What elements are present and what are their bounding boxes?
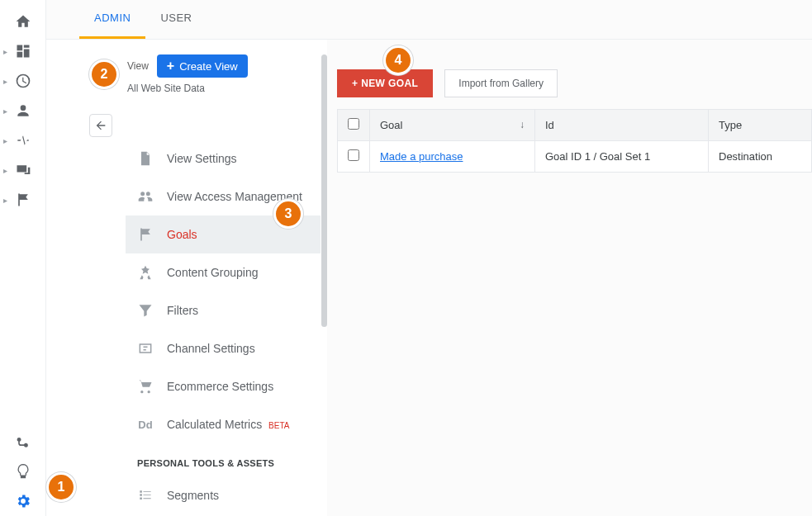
- section-personal-tools: PERSONAL TOOLS & ASSETS: [126, 443, 321, 476]
- rail-discover[interactable]: [0, 457, 45, 486]
- caret-icon: ▸: [3, 77, 7, 86]
- content-row: View + Create View All Web Site Data Vie…: [46, 40, 812, 516]
- main-area: ADMIN USER View + Create View All Web Si…: [46, 0, 812, 516]
- menu-label: Channel Settings: [167, 342, 255, 355]
- view-label: View: [127, 60, 149, 72]
- lightbulb-icon: [15, 463, 31, 480]
- group-icon: [137, 188, 154, 205]
- view-subtitle: All Web Site Data: [127, 83, 321, 94]
- path-icon: [15, 433, 31, 450]
- cart-icon: [137, 378, 154, 395]
- rail-audience[interactable]: ▸: [0, 96, 45, 125]
- rail-customization[interactable]: ▸: [0, 36, 45, 66]
- screens-icon: [15, 162, 31, 178]
- rail-attribution[interactable]: [0, 427, 45, 457]
- rail-acquisition[interactable]: ▸: [0, 125, 45, 155]
- scrollbar[interactable]: [321, 54, 327, 327]
- flow-icon: [15, 132, 31, 149]
- rail-admin[interactable]: [0, 486, 45, 516]
- dashboard-icon: [15, 43, 31, 59]
- tab-admin[interactable]: ADMIN: [79, 0, 145, 39]
- callout-3: 3: [273, 199, 303, 229]
- plus-icon: +: [167, 59, 174, 73]
- file-icon: [137, 150, 154, 167]
- funnel-icon: [137, 302, 154, 319]
- rail-conversions[interactable]: ▸: [0, 185, 45, 215]
- rail-behavior[interactable]: ▸: [0, 155, 45, 185]
- view-menu: View Settings View Access Management Goa…: [126, 140, 321, 514]
- top-tabs: ADMIN USER: [46, 0, 812, 40]
- goal-id-cell: Goal ID 1 / Goal Set 1: [535, 141, 709, 173]
- create-view-label: Create View: [179, 60, 238, 73]
- goals-panel: + NEW GOAL Import from Gallery Goal ↓ Id: [327, 40, 812, 516]
- caret-icon: ▸: [3, 107, 7, 116]
- caret-icon: ▸: [3, 166, 7, 175]
- import-gallery-button[interactable]: Import from Gallery: [444, 69, 558, 97]
- gear-icon: [15, 493, 31, 509]
- menu-label: Content Grouping: [167, 266, 259, 279]
- goal-name-link[interactable]: Made a purchase: [380, 150, 463, 163]
- row-checkbox[interactable]: [348, 149, 359, 161]
- admin-column: View + Create View All Web Site Data Vie…: [46, 40, 327, 516]
- menu-ecommerce[interactable]: Ecommerce Settings: [126, 367, 321, 405]
- content-icon: [137, 264, 154, 281]
- menu-filters[interactable]: Filters: [126, 291, 321, 329]
- callout-1: 1: [46, 472, 76, 502]
- caret-icon: ▸: [3, 136, 7, 145]
- home-icon: [15, 13, 31, 30]
- goals-toolbar: + NEW GOAL Import from Gallery: [337, 69, 812, 97]
- select-all-cell: [338, 110, 370, 141]
- clock-icon: [15, 73, 31, 89]
- menu-label: Goals: [167, 228, 197, 241]
- rail-home[interactable]: [0, 7, 45, 36]
- goal-type-cell: Destination: [709, 141, 812, 173]
- beta-badge: BETA: [268, 421, 289, 430]
- menu-view-settings[interactable]: View Settings: [126, 140, 321, 178]
- menu-label: Ecommerce Settings: [167, 380, 273, 393]
- flag-icon: [15, 192, 31, 208]
- table-row: Made a purchase Goal ID 1 / Goal Set 1 D…: [338, 141, 812, 173]
- caret-icon: ▸: [3, 196, 7, 205]
- menu-label: View Settings: [167, 152, 237, 165]
- segments-icon: [137, 487, 154, 504]
- create-view-button[interactable]: + Create View: [157, 54, 248, 78]
- new-goal-button[interactable]: + NEW GOAL: [337, 69, 433, 97]
- menu-calculated-metrics[interactable]: Dd Calculated Metrics BETA: [126, 405, 321, 443]
- channel-icon: [137, 340, 154, 357]
- select-all-checkbox[interactable]: [348, 118, 359, 130]
- arrow-left-icon: [94, 119, 107, 132]
- callout-4: 4: [383, 45, 413, 75]
- col-id[interactable]: Id: [535, 110, 709, 141]
- menu-segments[interactable]: Segments: [126, 476, 321, 514]
- flag-icon: [137, 226, 154, 243]
- sort-arrow-icon: ↓: [520, 119, 525, 130]
- goals-table: Goal ↓ Id Type Made a purchase Goal ID 1…: [337, 109, 812, 173]
- menu-channel-settings[interactable]: Channel Settings: [126, 329, 321, 367]
- menu-content-grouping[interactable]: Content Grouping: [126, 253, 321, 291]
- col-goal-label: Goal: [380, 119, 402, 131]
- back-arrow-button[interactable]: [89, 114, 112, 137]
- rail-realtime[interactable]: ▸: [0, 66, 45, 96]
- col-type[interactable]: Type: [709, 110, 812, 141]
- caret-icon: ▸: [3, 47, 7, 56]
- dd-icon: Dd: [137, 416, 154, 433]
- person-icon: [15, 102, 31, 119]
- left-navigation-rail: ▸ ▸ ▸ ▸ ▸ ▸: [0, 0, 46, 516]
- tab-user[interactable]: USER: [145, 0, 207, 39]
- col-goal[interactable]: Goal ↓: [370, 110, 535, 141]
- menu-label: Filters: [167, 304, 198, 317]
- callout-2: 2: [89, 59, 119, 89]
- menu-label: Calculated Metrics BETA: [167, 418, 289, 431]
- menu-label: Segments: [167, 489, 219, 502]
- calc-metrics-text: Calculated Metrics: [167, 418, 262, 431]
